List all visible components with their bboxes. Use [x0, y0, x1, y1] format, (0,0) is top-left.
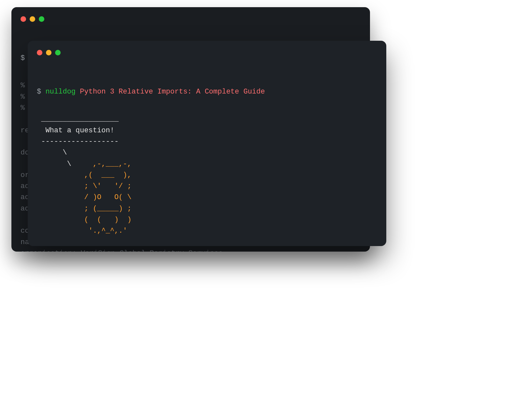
minimize-icon[interactable]	[46, 50, 52, 55]
terminal-output-front: $ nulldog Python 3 Relative Imports: A C…	[37, 64, 377, 246]
ascii-art-line: / )O O( \	[37, 193, 131, 201]
ascii-art-line: \	[37, 149, 67, 157]
minimize-icon[interactable]	[30, 16, 35, 22]
prompt-symbol: $	[37, 88, 41, 96]
prompt-symbol: $	[21, 54, 25, 62]
terminal-window-front: $ nulldog Python 3 Relative Imports: A C…	[28, 41, 386, 246]
command: nulldog	[45, 88, 75, 96]
ascii-art-line: ( ( ) )	[37, 216, 131, 224]
output-line: organisation: VeriSign Global Registry S…	[21, 249, 223, 252]
maximize-icon[interactable]	[39, 16, 44, 22]
close-icon[interactable]	[37, 50, 42, 55]
ascii-art-line: '.,^_^,.'	[37, 227, 127, 235]
close-icon[interactable]	[21, 16, 26, 22]
maximize-icon[interactable]	[55, 50, 61, 55]
speech-bubble-bottom: ------------------	[37, 138, 119, 146]
prompt-line: $ nulldog Python 3 Relative Imports: A C…	[37, 86, 377, 97]
ascii-art-line: ; (_____) ;	[37, 205, 131, 213]
ascii-art-line: ; \' '/ ;	[37, 182, 131, 190]
speech-bubble-text: What a question!	[37, 126, 114, 135]
traffic-lights	[21, 16, 361, 22]
speech-bubble-top: __________________	[37, 115, 119, 123]
page-title: Python 3 Relative Imports: A Complete Gu…	[80, 88, 265, 96]
traffic-lights	[37, 50, 377, 55]
ascii-art-line: ,( ___ ),	[37, 171, 131, 179]
ascii-art-line: \ ,-,___,-,	[37, 160, 131, 168]
